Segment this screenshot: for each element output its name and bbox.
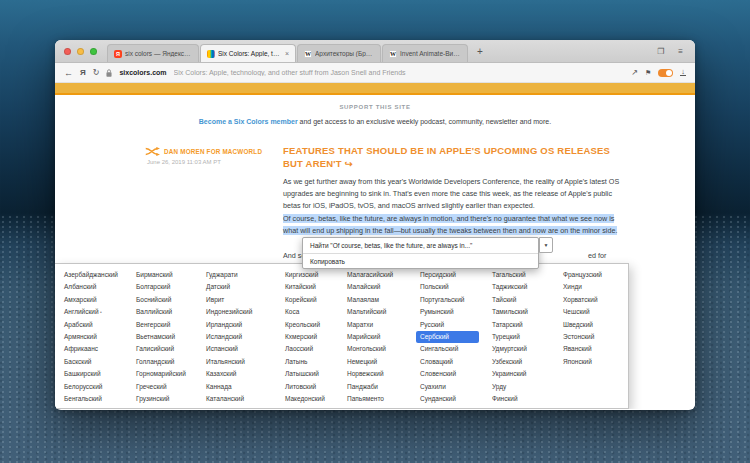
language-item[interactable]: Горномарийский xyxy=(132,368,202,380)
language-item[interactable]: Шведский xyxy=(559,319,619,331)
language-item[interactable]: Урду xyxy=(488,381,559,393)
language-item[interactable]: Хорватский xyxy=(559,294,619,306)
language-item[interactable]: Мальтийский xyxy=(343,306,416,318)
language-item[interactable]: Башкирский xyxy=(60,368,132,380)
article-headline[interactable]: FEATURES THAT SHOULD BE IN APPLE'S UPCOM… xyxy=(283,145,621,170)
language-item[interactable]: Исландский xyxy=(202,331,281,343)
language-item[interactable]: Иврит xyxy=(202,294,281,306)
language-item[interactable]: Марийский xyxy=(343,331,416,343)
collections-icon[interactable]: ❐ xyxy=(657,47,664,56)
language-item[interactable]: Испанский xyxy=(202,343,281,355)
language-item[interactable]: Галисийский xyxy=(132,343,202,355)
language-item[interactable]: Украинский xyxy=(488,368,559,380)
language-item[interactable]: Французский xyxy=(559,269,619,281)
language-item[interactable]: Вьетнамский xyxy=(132,331,202,343)
language-item[interactable]: Панджаби xyxy=(343,381,416,393)
download-icon[interactable]: ↓ xyxy=(680,69,686,77)
url-text[interactable]: sixcolors.com xyxy=(119,69,166,76)
language-item[interactable]: Албанский xyxy=(60,281,132,293)
language-item[interactable]: Финский xyxy=(488,393,559,405)
tab-wikipedia-architects[interactable]: W Архитекторы (Британс... xyxy=(297,44,381,62)
yandex-icon[interactable]: Я xyxy=(80,68,86,77)
browser-menu-icon[interactable]: ≡ xyxy=(678,47,683,56)
minimize-window-button[interactable] xyxy=(77,48,84,55)
language-item[interactable]: Боснийский xyxy=(132,294,202,306)
new-tab-button[interactable]: + xyxy=(469,46,491,61)
language-item[interactable]: Македонский xyxy=(281,393,343,405)
language-item[interactable]: Африкаанс xyxy=(60,343,132,355)
language-item[interactable]: Сербский xyxy=(416,331,479,343)
language-item[interactable]: Маратхи xyxy=(343,319,416,331)
tab-six-colors[interactable]: Six Colors: Apple, tech... × xyxy=(200,44,296,62)
language-item[interactable]: Голландский xyxy=(132,356,202,368)
language-item[interactable]: Венгерский xyxy=(132,319,202,331)
language-item[interactable]: Суахили xyxy=(416,381,488,393)
language-item[interactable]: Латынь xyxy=(281,356,343,368)
language-item[interactable]: Ирландский xyxy=(202,319,281,331)
reload-icon[interactable]: ↻ xyxy=(93,68,100,77)
language-item[interactable]: Монгольский xyxy=(343,343,416,355)
language-item[interactable]: Литовский xyxy=(281,381,343,393)
language-item[interactable]: Греческий xyxy=(132,381,202,393)
selected-text[interactable]: Of course, betas, like the future, are a… xyxy=(283,214,617,235)
language-item[interactable]: Баскский xyxy=(60,356,132,368)
back-icon[interactable]: ← xyxy=(64,68,73,78)
language-item[interactable]: Персидский xyxy=(416,269,488,281)
language-item[interactable]: Сингальский xyxy=(416,343,488,355)
language-item[interactable]: Чешский xyxy=(559,306,619,318)
language-item[interactable]: Таджикский xyxy=(488,281,559,293)
language-item[interactable]: Бенгальский xyxy=(60,393,132,405)
language-item[interactable]: Тагальский xyxy=(488,269,559,281)
byline-author[interactable]: DAN MOREN FOR MACWORLD xyxy=(164,148,262,155)
language-item[interactable]: Каталанский xyxy=(202,393,281,405)
language-item[interactable]: Датский xyxy=(202,281,281,293)
language-item[interactable]: Арабский xyxy=(60,319,132,331)
language-item[interactable]: Индонезийский xyxy=(202,306,281,318)
language-item[interactable]: Тамильский xyxy=(488,306,559,318)
language-item[interactable]: Малайский xyxy=(343,281,416,293)
protect-toggle[interactable] xyxy=(658,69,673,77)
language-item[interactable]: Словенский xyxy=(416,368,488,380)
language-item[interactable]: Эстонский xyxy=(559,331,619,343)
language-item[interactable]: Румынский xyxy=(416,306,488,318)
language-item[interactable]: Удмуртский xyxy=(488,343,559,355)
language-item[interactable]: Итальянский xyxy=(202,356,281,368)
member-link[interactable]: Become a Six Colors member xyxy=(199,118,298,125)
language-item[interactable]: Болгарский xyxy=(132,281,202,293)
context-menu-item-find[interactable]: Найти "Of course, betas, like the future… xyxy=(303,238,538,253)
language-item[interactable]: Норвежский xyxy=(343,368,416,380)
language-item[interactable]: Амхарский xyxy=(60,294,132,306)
language-item[interactable]: Русский xyxy=(416,319,488,331)
language-item[interactable]: Корейский xyxy=(281,294,343,306)
language-item[interactable]: Кхмерский xyxy=(281,331,343,343)
language-item[interactable]: Немецкий xyxy=(343,356,416,368)
language-item[interactable]: Португальский xyxy=(416,294,488,306)
language-item[interactable]: Хинди xyxy=(559,281,619,293)
language-item[interactable]: Английский • xyxy=(60,306,132,318)
language-item[interactable]: Малагасийский xyxy=(343,269,416,281)
close-window-button[interactable] xyxy=(64,48,71,55)
context-menu-item-copy[interactable]: Копировать xyxy=(303,253,538,268)
context-menu-expand-button[interactable]: ▼ xyxy=(539,237,553,253)
language-item[interactable]: Сунданский xyxy=(416,393,488,405)
language-item[interactable]: Турецкий xyxy=(488,331,559,343)
language-item[interactable]: Папьяменто xyxy=(343,393,416,405)
language-item[interactable]: Яванский xyxy=(559,343,619,355)
language-item[interactable]: Японский xyxy=(559,356,619,368)
language-item[interactable]: Киргизский xyxy=(281,269,343,281)
tab-wikipedia-invent-animate[interactable]: W Invent Animate-Википед... xyxy=(382,44,468,62)
language-item[interactable]: Гуджарати xyxy=(202,269,281,281)
language-item[interactable]: Лаосский xyxy=(281,343,343,355)
language-item[interactable]: Узбекский xyxy=(488,356,559,368)
language-item[interactable]: Польский xyxy=(416,281,488,293)
language-item[interactable]: Коса xyxy=(281,306,343,318)
language-item[interactable]: Тайский xyxy=(488,294,559,306)
language-item[interactable]: Латышский xyxy=(281,368,343,380)
tab-close-icon[interactable]: × xyxy=(283,50,289,57)
bookmark-flag-icon[interactable]: ⚑ xyxy=(645,69,651,77)
language-item[interactable]: Татарский xyxy=(488,319,559,331)
language-item[interactable]: Словацкий xyxy=(416,356,488,368)
language-item[interactable]: Казахский xyxy=(202,368,281,380)
language-item[interactable]: Каннада xyxy=(202,381,281,393)
share-icon[interactable]: ↗ xyxy=(631,68,638,77)
